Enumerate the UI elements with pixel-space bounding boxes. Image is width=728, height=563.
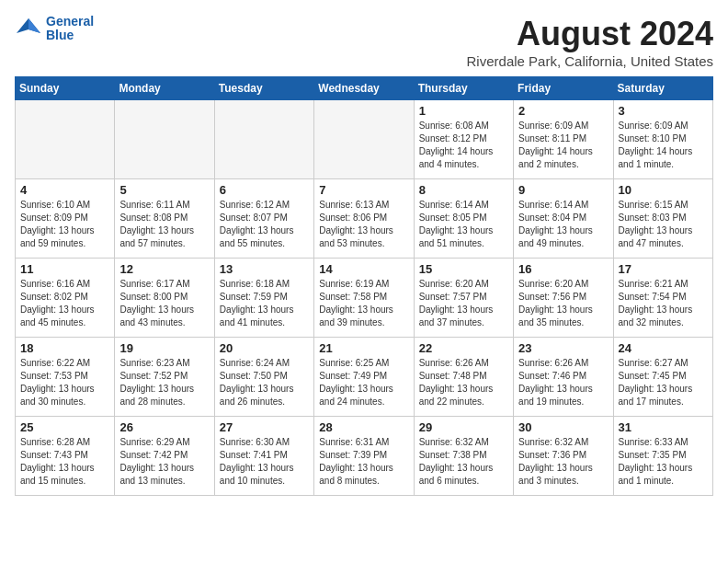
calendar-cell: 10Sunrise: 6:15 AM Sunset: 8:03 PM Dayli…: [613, 179, 712, 259]
day-number: 23: [518, 341, 608, 355]
calendar-week-4: 18Sunrise: 6:22 AM Sunset: 7:53 PM Dayli…: [16, 338, 713, 417]
col-header-thursday: Thursday: [414, 77, 513, 100]
day-number: 3: [619, 104, 708, 118]
day-info: Sunrise: 6:29 AM Sunset: 7:42 PM Dayligh…: [119, 436, 209, 488]
calendar-cell: 29Sunrise: 6:32 AM Sunset: 7:38 PM Dayli…: [414, 417, 513, 496]
day-info: Sunrise: 6:27 AM Sunset: 7:45 PM Dayligh…: [619, 357, 708, 408]
day-number: 11: [20, 262, 109, 276]
day-info: Sunrise: 6:32 AM Sunset: 7:36 PM Dayligh…: [518, 436, 608, 488]
day-info: Sunrise: 6:15 AM Sunset: 8:03 PM Dayligh…: [619, 199, 708, 250]
day-number: 15: [419, 262, 508, 276]
day-number: 8: [419, 183, 508, 197]
calendar-cell: 13Sunrise: 6:18 AM Sunset: 7:59 PM Dayli…: [214, 259, 313, 338]
calendar-cell: [314, 100, 414, 179]
day-number: 26: [119, 420, 209, 434]
calendar-cell: 15Sunrise: 6:20 AM Sunset: 7:57 PM Dayli…: [414, 259, 513, 338]
calendar-cell: 20Sunrise: 6:24 AM Sunset: 7:50 PM Dayli…: [214, 338, 313, 417]
calendar-week-3: 11Sunrise: 6:16 AM Sunset: 8:02 PM Dayli…: [16, 259, 713, 338]
calendar-cell: 4Sunrise: 6:10 AM Sunset: 8:09 PM Daylig…: [16, 179, 115, 259]
day-number: 2: [518, 104, 608, 118]
calendar-cell: 5Sunrise: 6:11 AM Sunset: 8:08 PM Daylig…: [115, 179, 214, 259]
day-number: 31: [619, 420, 708, 434]
day-number: 6: [220, 183, 309, 197]
day-number: 4: [20, 183, 109, 197]
col-header-friday: Friday: [514, 77, 613, 100]
month-title: August 2024: [467, 15, 713, 53]
day-number: 1: [419, 104, 508, 118]
calendar-cell: 21Sunrise: 6:25 AM Sunset: 7:49 PM Dayli…: [314, 338, 414, 417]
day-number: 22: [419, 341, 508, 355]
calendar-table: SundayMondayTuesdayWednesdayThursdayFrid…: [15, 76, 713, 496]
calendar-cell: 17Sunrise: 6:21 AM Sunset: 7:54 PM Dayli…: [613, 259, 712, 338]
logo: General Blue: [15, 15, 94, 43]
col-header-wednesday: Wednesday: [314, 77, 414, 100]
calendar-cell: 9Sunrise: 6:14 AM Sunset: 8:04 PM Daylig…: [514, 179, 613, 259]
day-number: 7: [319, 183, 408, 197]
logo-icon: [15, 15, 42, 42]
day-info: Sunrise: 6:13 AM Sunset: 8:06 PM Dayligh…: [319, 199, 408, 250]
day-info: Sunrise: 6:23 AM Sunset: 7:52 PM Dayligh…: [119, 357, 209, 408]
col-header-monday: Monday: [115, 77, 214, 100]
calendar-cell: 3Sunrise: 6:09 AM Sunset: 8:10 PM Daylig…: [613, 100, 712, 179]
day-number: 20: [220, 341, 309, 355]
calendar-cell: 1Sunrise: 6:08 AM Sunset: 8:12 PM Daylig…: [414, 100, 513, 179]
day-info: Sunrise: 6:18 AM Sunset: 7:59 PM Dayligh…: [220, 278, 309, 329]
day-info: Sunrise: 6:25 AM Sunset: 7:49 PM Dayligh…: [319, 357, 408, 408]
day-info: Sunrise: 6:08 AM Sunset: 8:12 PM Dayligh…: [419, 120, 508, 171]
day-info: Sunrise: 6:21 AM Sunset: 7:54 PM Dayligh…: [619, 278, 708, 329]
day-info: Sunrise: 6:17 AM Sunset: 8:00 PM Dayligh…: [119, 278, 209, 329]
day-info: Sunrise: 6:20 AM Sunset: 7:56 PM Dayligh…: [518, 278, 608, 329]
col-header-tuesday: Tuesday: [214, 77, 313, 100]
day-info: Sunrise: 6:31 AM Sunset: 7:39 PM Dayligh…: [319, 436, 408, 488]
calendar-cell: 7Sunrise: 6:13 AM Sunset: 8:06 PM Daylig…: [314, 179, 414, 259]
day-info: Sunrise: 6:32 AM Sunset: 7:38 PM Dayligh…: [419, 436, 508, 488]
calendar-cell: 23Sunrise: 6:26 AM Sunset: 7:46 PM Dayli…: [514, 338, 613, 417]
calendar-cell: 25Sunrise: 6:28 AM Sunset: 7:43 PM Dayli…: [16, 417, 115, 496]
day-info: Sunrise: 6:33 AM Sunset: 7:35 PM Dayligh…: [619, 436, 708, 488]
day-number: 5: [119, 183, 209, 197]
day-number: 17: [619, 262, 708, 276]
day-number: 16: [518, 262, 608, 276]
day-number: 9: [518, 183, 608, 197]
calendar-cell: 14Sunrise: 6:19 AM Sunset: 7:58 PM Dayli…: [314, 259, 414, 338]
day-number: 21: [319, 341, 408, 355]
title-block: August 2024 Riverdale Park, California, …: [467, 15, 713, 69]
day-info: Sunrise: 6:22 AM Sunset: 7:53 PM Dayligh…: [20, 357, 109, 408]
location-text: Riverdale Park, California, United State…: [467, 53, 713, 69]
svg-marker-1: [28, 18, 40, 33]
day-info: Sunrise: 6:14 AM Sunset: 8:05 PM Dayligh…: [419, 199, 508, 250]
calendar-cell: 27Sunrise: 6:30 AM Sunset: 7:41 PM Dayli…: [214, 417, 313, 496]
calendar-cell: 8Sunrise: 6:14 AM Sunset: 8:05 PM Daylig…: [414, 179, 513, 259]
day-number: 29: [419, 420, 508, 434]
calendar-cell: 22Sunrise: 6:26 AM Sunset: 7:48 PM Dayli…: [414, 338, 513, 417]
logo-line1: General: [46, 15, 94, 29]
day-info: Sunrise: 6:30 AM Sunset: 7:41 PM Dayligh…: [220, 436, 309, 488]
calendar-cell: 2Sunrise: 6:09 AM Sunset: 8:11 PM Daylig…: [514, 100, 613, 179]
day-number: 30: [518, 420, 608, 434]
day-info: Sunrise: 6:11 AM Sunset: 8:08 PM Dayligh…: [119, 199, 209, 250]
col-header-saturday: Saturday: [613, 77, 712, 100]
logo-text: General Blue: [46, 15, 94, 43]
calendar-cell: [214, 100, 313, 179]
day-info: Sunrise: 6:28 AM Sunset: 7:43 PM Dayligh…: [20, 436, 109, 488]
day-info: Sunrise: 6:16 AM Sunset: 8:02 PM Dayligh…: [20, 278, 109, 329]
day-info: Sunrise: 6:26 AM Sunset: 7:48 PM Dayligh…: [419, 357, 508, 408]
calendar-cell: 19Sunrise: 6:23 AM Sunset: 7:52 PM Dayli…: [115, 338, 214, 417]
calendar-header-row: SundayMondayTuesdayWednesdayThursdayFrid…: [16, 77, 713, 100]
calendar-cell: 18Sunrise: 6:22 AM Sunset: 7:53 PM Dayli…: [16, 338, 115, 417]
col-header-sunday: Sunday: [16, 77, 115, 100]
page-header: General Blue August 2024 Riverdale Park,…: [15, 15, 713, 69]
day-info: Sunrise: 6:19 AM Sunset: 7:58 PM Dayligh…: [319, 278, 408, 329]
day-info: Sunrise: 6:09 AM Sunset: 8:11 PM Dayligh…: [518, 120, 608, 171]
day-info: Sunrise: 6:20 AM Sunset: 7:57 PM Dayligh…: [419, 278, 508, 329]
calendar-cell: [16, 100, 115, 179]
calendar-week-1: 1Sunrise: 6:08 AM Sunset: 8:12 PM Daylig…: [16, 100, 713, 179]
calendar-cell: [115, 100, 214, 179]
calendar-cell: 16Sunrise: 6:20 AM Sunset: 7:56 PM Dayli…: [514, 259, 613, 338]
calendar-week-2: 4Sunrise: 6:10 AM Sunset: 8:09 PM Daylig…: [16, 179, 713, 259]
day-number: 10: [619, 183, 708, 197]
day-number: 28: [319, 420, 408, 434]
day-info: Sunrise: 6:24 AM Sunset: 7:50 PM Dayligh…: [220, 357, 309, 408]
day-info: Sunrise: 6:26 AM Sunset: 7:46 PM Dayligh…: [518, 357, 608, 408]
day-number: 12: [119, 262, 209, 276]
